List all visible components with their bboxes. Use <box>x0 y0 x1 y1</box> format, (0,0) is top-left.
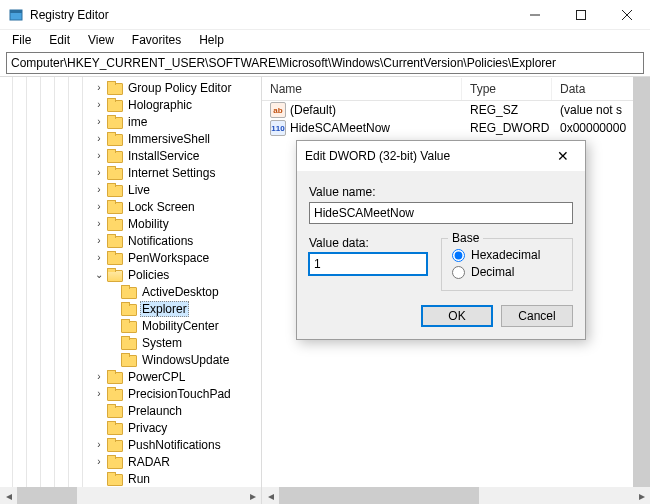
tree-node[interactable]: ›ImmersiveShell <box>0 130 261 147</box>
chevron-right-icon[interactable]: › <box>92 234 106 248</box>
tree-node[interactable]: System <box>0 334 261 351</box>
toggle-placeholder <box>106 353 120 367</box>
menu-favorites[interactable]: Favorites <box>124 31 189 49</box>
tree-node[interactable]: Privacy <box>0 419 261 436</box>
tree-node[interactable]: ›Lock Screen <box>0 198 261 215</box>
tree-node[interactable]: ›PushNotifications <box>0 436 261 453</box>
col-name[interactable]: Name <box>262 78 462 100</box>
tree-node[interactable]: ›Internet Settings <box>0 164 261 181</box>
tree-node[interactable]: ›InstallService <box>0 147 261 164</box>
tree-node[interactable]: ›Group Policy Editor <box>0 79 261 96</box>
tree-node[interactable]: ›Holographic <box>0 96 261 113</box>
scroll-left-icon[interactable]: ◂ <box>262 487 279 504</box>
chevron-right-icon[interactable]: › <box>92 251 106 265</box>
tree-node[interactable]: WindowsUpdate <box>0 351 261 368</box>
value-name-label: Value name: <box>309 185 573 199</box>
chevron-right-icon[interactable]: › <box>92 438 106 452</box>
window-title: Registry Editor <box>30 8 512 22</box>
tree-node[interactable]: ›PenWorkspace <box>0 249 261 266</box>
ok-button[interactable]: OK <box>421 305 493 327</box>
chevron-right-icon[interactable]: › <box>92 217 106 231</box>
chevron-right-icon[interactable]: › <box>92 115 106 129</box>
scroll-right-icon[interactable]: ▸ <box>244 487 261 504</box>
chevron-right-icon[interactable]: › <box>92 183 106 197</box>
app-icon <box>8 7 24 23</box>
tree-node[interactable]: ActiveDesktop <box>0 283 261 300</box>
value-name-input[interactable] <box>309 202 573 224</box>
titlebar: Registry Editor <box>0 0 650 30</box>
maximize-button[interactable] <box>558 0 604 30</box>
tree-node-label: ime <box>126 115 149 129</box>
dialog-close-button[interactable]: ✕ <box>549 142 577 170</box>
radio-hexadecimal[interactable]: Hexadecimal <box>452 248 562 262</box>
tree-node[interactable]: ›PowerCPL <box>0 368 261 385</box>
folder-icon <box>121 353 137 367</box>
list-hscroll[interactable]: ◂ ▸ <box>262 487 650 504</box>
chevron-right-icon[interactable]: › <box>92 98 106 112</box>
svg-rect-1 <box>10 10 22 13</box>
tree-node[interactable]: ›PrecisionTouchPad <box>0 385 261 402</box>
close-button[interactable] <box>604 0 650 30</box>
list-header: Name Type Data <box>262 77 650 101</box>
chevron-right-icon[interactable]: › <box>92 200 106 214</box>
tree-node[interactable]: ⌄Policies <box>0 266 261 283</box>
chevron-right-icon[interactable]: › <box>92 387 106 401</box>
tree-node-label: ImmersiveShell <box>126 132 212 146</box>
tree-node[interactable]: ›Notifications <box>0 232 261 249</box>
col-type[interactable]: Type <box>462 78 552 100</box>
dialog-title: Edit DWORD (32-bit) Value <box>305 149 549 163</box>
tree-node[interactable]: Prelaunch <box>0 402 261 419</box>
radio-dec-input[interactable] <box>452 266 465 279</box>
menu-file[interactable]: File <box>4 31 39 49</box>
address-bar[interactable]: Computer\HKEY_CURRENT_USER\SOFTWARE\Micr… <box>6 52 644 74</box>
svg-rect-3 <box>577 10 586 19</box>
value-name: HideSCAMeetNow <box>290 121 390 135</box>
base-legend: Base <box>448 231 483 245</box>
folder-icon <box>107 81 123 95</box>
scroll-right-icon[interactable]: ▸ <box>633 487 650 504</box>
radio-decimal[interactable]: Decimal <box>452 265 562 279</box>
folder-icon <box>107 421 123 435</box>
dialog-titlebar[interactable]: Edit DWORD (32-bit) Value ✕ <box>297 141 585 171</box>
chevron-right-icon[interactable]: › <box>92 370 106 384</box>
folder-icon <box>107 183 123 197</box>
toggle-placeholder <box>106 302 120 316</box>
tree-node-label: WindowsUpdate <box>140 353 231 367</box>
menu-help[interactable]: Help <box>191 31 232 49</box>
tree-node-label: Mobility <box>126 217 171 231</box>
tree-node[interactable]: ›RADAR <box>0 453 261 470</box>
tree-node[interactable]: Explorer <box>0 300 261 317</box>
tree-node[interactable]: ›ime <box>0 113 261 130</box>
toggle-placeholder <box>106 319 120 333</box>
radio-hex-input[interactable] <box>452 249 465 262</box>
value-name: (Default) <box>290 103 336 117</box>
folder-icon <box>121 319 137 333</box>
list-row[interactable]: 110HideSCAMeetNowREG_DWORD0x00000000 <box>262 119 650 137</box>
menu-view[interactable]: View <box>80 31 122 49</box>
list-row[interactable]: ab(Default)REG_SZ(value not s <box>262 101 650 119</box>
tree-node[interactable]: Run <box>0 470 261 487</box>
tree-node[interactable]: ›Live <box>0 181 261 198</box>
chevron-right-icon[interactable]: › <box>92 166 106 180</box>
chevron-down-icon[interactable]: ⌄ <box>92 268 106 282</box>
tree-pane: ›Group Policy Editor›Holographic›ime›Imm… <box>0 77 262 504</box>
tree-node-label: Prelaunch <box>126 404 184 418</box>
value-type: REG_SZ <box>462 103 552 117</box>
chevron-right-icon[interactable]: › <box>92 81 106 95</box>
scroll-left-icon[interactable]: ◂ <box>0 487 17 504</box>
minimize-button[interactable] <box>512 0 558 30</box>
tree-node[interactable]: MobilityCenter <box>0 317 261 334</box>
tree-node-label: Explorer <box>140 301 189 317</box>
chevron-right-icon[interactable]: › <box>92 455 106 469</box>
tree-hscroll[interactable]: ◂ ▸ <box>0 487 261 504</box>
folder-icon <box>107 472 123 486</box>
menu-edit[interactable]: Edit <box>41 31 78 49</box>
tree-node-label: InstallService <box>126 149 201 163</box>
list-vscroll[interactable] <box>633 77 650 487</box>
cancel-button[interactable]: Cancel <box>501 305 573 327</box>
chevron-right-icon[interactable]: › <box>92 149 106 163</box>
tree-node[interactable]: ›Mobility <box>0 215 261 232</box>
tree[interactable]: ›Group Policy Editor›Holographic›ime›Imm… <box>0 77 261 487</box>
value-data-input[interactable] <box>309 253 427 275</box>
chevron-right-icon[interactable]: › <box>92 132 106 146</box>
